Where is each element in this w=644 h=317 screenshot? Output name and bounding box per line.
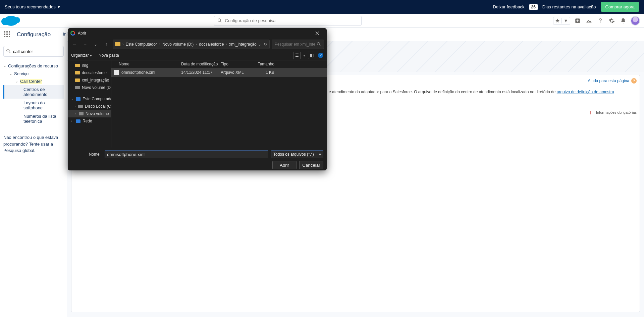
tree-call-center[interactable]: ⌄ Call Center bbox=[3, 77, 64, 85]
gear-icon[interactable] bbox=[608, 17, 616, 25]
drive-icon bbox=[78, 105, 83, 108]
setup-sidebar: ⌄ Configurações de recurso ⌄ Serviço ⌄ C… bbox=[0, 41, 67, 317]
cancel-button[interactable]: Cancelar bbox=[299, 161, 323, 169]
bell-icon[interactable] bbox=[619, 17, 627, 25]
tree-feature-settings[interactable]: ⌄ Configurações de recurso bbox=[3, 62, 64, 70]
leaf-directory-numbers[interactable]: Números da lista telefônica bbox=[3, 112, 64, 125]
folder-icon bbox=[75, 64, 80, 67]
pc-icon bbox=[76, 97, 80, 101]
salesforce-logo[interactable] bbox=[4, 16, 18, 26]
tours-label: Seus tours recomendados bbox=[5, 4, 56, 9]
tree-network[interactable]: ›Rede bbox=[68, 117, 111, 125]
chevron-down-icon: ▾ bbox=[319, 152, 321, 157]
global-header: ★ ▾ ? bbox=[0, 14, 644, 28]
organize-menu[interactable]: Organizar ▾ bbox=[71, 53, 92, 58]
col-type[interactable]: Tipo bbox=[221, 62, 254, 66]
filename-input[interactable] bbox=[105, 150, 268, 158]
forward-icon[interactable]: → bbox=[81, 40, 89, 49]
dialog-search bbox=[272, 40, 324, 49]
chevron-down-icon: ⌄ bbox=[15, 80, 19, 83]
chevron-down-icon[interactable]: ▾ bbox=[303, 53, 305, 58]
refresh-icon[interactable]: ⟳ bbox=[264, 42, 267, 47]
global-search-input[interactable] bbox=[214, 16, 362, 26]
search-icon bbox=[6, 49, 11, 53]
required-info-legend: | = Informações obrigatórias bbox=[590, 110, 637, 114]
help-for-page-link[interactable]: Ajuda para esta página ? bbox=[588, 78, 637, 84]
avatar[interactable] bbox=[631, 16, 640, 25]
svg-line-1 bbox=[220, 21, 221, 22]
col-name[interactable]: Nome bbox=[114, 62, 181, 66]
file-type-filter[interactable]: Todos os arquivos (*.*)▾ bbox=[271, 150, 323, 158]
svg-point-7 bbox=[317, 43, 320, 45]
open-button[interactable]: Abrir bbox=[272, 161, 297, 169]
list-header: Nome Data de modificação Tipo Tamanho bbox=[111, 60, 327, 68]
tree-drive-d[interactable]: ›Novo volume bbox=[68, 110, 111, 117]
col-date[interactable]: Data de modificação bbox=[181, 62, 221, 66]
file-open-dialog: Abrir ← → ⌄ ↑ › Este Computador› Novo vo… bbox=[68, 28, 327, 170]
leaf-call-centers[interactable]: Centros de atendimento bbox=[3, 85, 64, 99]
folder-icon bbox=[75, 78, 80, 82]
app-name: Configuração bbox=[17, 31, 51, 38]
trial-banner: Seus tours recomendados ▾ Deixar feedbac… bbox=[0, 0, 644, 14]
dialog-toolbar: Organizar ▾ Nova pasta ☰ ▾ ◧ ? bbox=[68, 50, 327, 60]
tree-folder-xml[interactable]: xml_integração bbox=[68, 76, 111, 84]
favorites-split-button[interactable]: ★ ▾ bbox=[553, 17, 570, 25]
sample-definition-link[interactable]: arquivo de definição de amostra bbox=[557, 90, 614, 94]
days-remaining-label: Dias restantes na avaliação bbox=[542, 4, 596, 9]
filename-label: Nome: bbox=[71, 152, 102, 157]
tree-drive-novo[interactable]: Novo volume (D bbox=[68, 84, 111, 91]
chevron-down-icon: ▾ bbox=[58, 4, 60, 9]
folder-icon bbox=[75, 71, 80, 74]
dialog-title: Abrir bbox=[78, 31, 86, 36]
dialog-search-input[interactable] bbox=[272, 40, 324, 49]
drive-icon bbox=[79, 112, 84, 115]
dialog-footer: Nome: Todos os arquivos (*.*)▾ Abrir Can… bbox=[68, 148, 327, 170]
search-icon bbox=[317, 42, 321, 46]
feedback-link[interactable]: Deixar feedback bbox=[493, 4, 525, 9]
tree-folder-docsalesforce[interactable]: docsalesforce bbox=[68, 69, 111, 76]
network-icon bbox=[76, 119, 80, 123]
file-list: Nome Data de modificação Tipo Tamanho om… bbox=[111, 60, 327, 148]
up-icon[interactable]: ↑ bbox=[102, 40, 110, 49]
days-remaining-badge: 26 bbox=[529, 4, 538, 10]
preview-pane-icon[interactable]: ◧ bbox=[308, 52, 315, 59]
tours-dropdown[interactable]: Seus tours recomendados ▾ bbox=[5, 4, 60, 9]
tree-service[interactable]: ⌄ Serviço bbox=[3, 70, 64, 77]
help-icon[interactable]: ? bbox=[596, 17, 604, 25]
buy-now-button[interactable]: Comprar agora bbox=[601, 2, 639, 12]
drive-icon bbox=[75, 86, 80, 89]
tree-folder-img[interactable]: img bbox=[68, 62, 111, 69]
chevron-down-icon[interactable]: ⌄ bbox=[258, 42, 261, 47]
new-folder-button[interactable]: Nova pasta bbox=[99, 53, 119, 58]
trailhead-icon[interactable] bbox=[585, 17, 593, 25]
chevron-down-icon[interactable]: ▾ bbox=[562, 17, 570, 25]
chevron-down-icon: ⌄ bbox=[9, 72, 13, 75]
address-bar[interactable]: › Este Computador› Novo volume (D:)› doc… bbox=[113, 40, 270, 49]
tree-this-pc[interactable]: ⌄Este Computado bbox=[68, 95, 111, 103]
dialog-nav: ← → ⌄ ↑ › Este Computador› Novo volume (… bbox=[68, 38, 327, 50]
sidebar-search-input[interactable] bbox=[3, 46, 64, 57]
svg-point-3 bbox=[7, 49, 9, 52]
help-icon[interactable]: ? bbox=[318, 53, 323, 58]
global-search bbox=[214, 16, 362, 26]
search-icon bbox=[217, 18, 222, 23]
svg-line-4 bbox=[9, 52, 10, 53]
chevron-down-icon[interactable]: ⌄ bbox=[92, 40, 100, 49]
file-row[interactable]: omnisoftphone.xml 14/11/2024 11:17 Arqui… bbox=[111, 68, 327, 77]
app-launcher-icon[interactable] bbox=[4, 31, 11, 38]
sidebar-footer-hint: Não encontrou o que estava procurando? T… bbox=[3, 134, 64, 154]
file-icon bbox=[114, 70, 119, 75]
tree-drive-c[interactable]: ›Disco Local (C bbox=[68, 103, 111, 110]
star-icon[interactable]: ★ bbox=[553, 17, 561, 25]
leaf-softphone-layouts[interactable]: Layouts do softphone bbox=[3, 99, 64, 112]
view-list-icon[interactable]: ☰ bbox=[293, 52, 301, 59]
help-icon: ? bbox=[631, 78, 637, 84]
dialog-folder-tree: img docsalesforce xml_integração Novo vo… bbox=[68, 60, 111, 148]
add-icon[interactable] bbox=[574, 17, 582, 25]
page-description: e atendimento do adaptador para o Salesf… bbox=[329, 89, 637, 95]
dialog-titlebar: Abrir bbox=[68, 28, 327, 38]
col-size[interactable]: Tamanho bbox=[254, 62, 274, 66]
chevron-down-icon: ⌄ bbox=[3, 64, 7, 68]
back-icon[interactable]: ← bbox=[70, 40, 79, 49]
close-icon[interactable] bbox=[311, 28, 324, 38]
